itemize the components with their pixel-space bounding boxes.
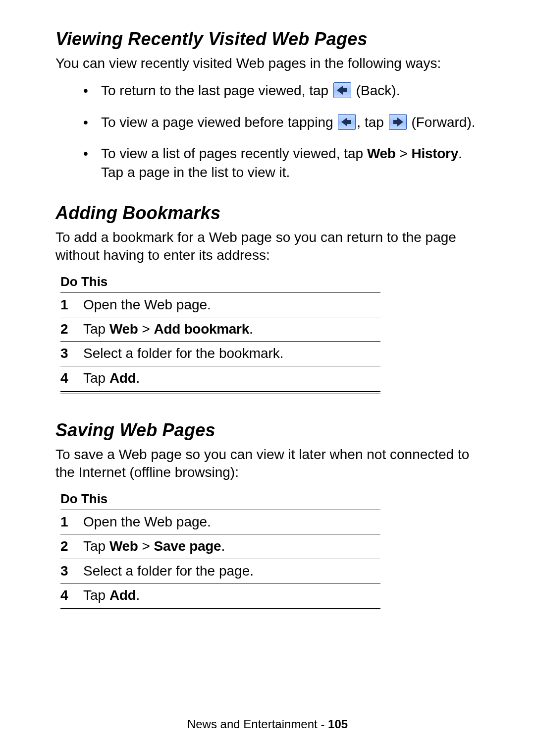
steps-header: Do This	[60, 273, 380, 292]
step-number: 2	[60, 537, 83, 555]
step-gt: >	[138, 538, 154, 554]
forward-icon	[389, 114, 407, 130]
step-text: Open the Web page.	[83, 513, 380, 531]
step-text: Select a folder for the bookmark.	[83, 345, 380, 362]
bullet-forward: To view a page viewed before tapping , t…	[83, 113, 476, 132]
bullet-fwd-mid: , tap	[357, 115, 387, 130]
intro-saving-pages: To save a Web page so you can view it la…	[55, 446, 481, 481]
footer-page-number: 105	[328, 717, 348, 731]
step-text: Open the Web page.	[83, 296, 380, 314]
step-row: 3 Select a folder for the page.	[60, 559, 380, 583]
bullet-fwd-pre: To view a page viewed before tapping	[101, 115, 337, 130]
step-row: 4 Tap Add.	[60, 366, 380, 390]
intro-adding-bookmarks: To add a bookmark for a Web page so you …	[55, 229, 481, 264]
step-number: 3	[60, 562, 83, 580]
step-number: 1	[60, 513, 83, 531]
menu-add-bookmark: Add bookmark	[154, 321, 249, 337]
step-row: 1 Open the Web page.	[60, 510, 380, 534]
heading-saving-pages: Saving Web Pages	[55, 420, 481, 441]
menu-web: Web	[109, 321, 138, 337]
bullet-hist-gt: >	[396, 146, 412, 161]
back-icon	[338, 114, 356, 130]
step-text: Tap Add.	[83, 369, 380, 387]
back-icon	[333, 82, 351, 98]
menu-web: Web	[367, 146, 396, 161]
step-post: .	[249, 321, 253, 337]
steps-add-bookmark: Do This 1 Open the Web page. 2 Tap Web >…	[60, 273, 380, 393]
step-row: 2 Tap Web > Save page.	[60, 534, 380, 558]
step-post: .	[136, 587, 140, 603]
step-text: Tap Web > Save page.	[83, 537, 380, 555]
step-pre: Tap	[83, 538, 109, 554]
bullet-back-post: (Back).	[356, 83, 400, 98]
bullet-hist-pre: To view a list of pages recently viewed,…	[101, 146, 367, 161]
step-text: Tap Add.	[83, 586, 380, 604]
step-row: 4 Tap Add.	[60, 583, 380, 607]
steps-end-rule	[60, 391, 380, 392]
footer-chapter: News and Entertainment -	[187, 717, 328, 731]
steps-end-rule	[60, 608, 380, 609]
bullet-back-pre: To return to the last page viewed, tap	[101, 83, 332, 98]
bullet-back: To return to the last page viewed, tap (…	[83, 81, 476, 100]
step-text: Select a folder for the page.	[83, 562, 380, 580]
step-row: 3 Select a folder for the bookmark.	[60, 341, 380, 365]
menu-web: Web	[109, 538, 138, 554]
step-number: 3	[60, 345, 83, 362]
menu-history: History	[412, 146, 458, 161]
heading-adding-bookmarks: Adding Bookmarks	[55, 203, 481, 224]
page-footer: News and Entertainment - 105	[0, 717, 535, 731]
recent-bullets: To return to the last page viewed, tap (…	[55, 81, 481, 182]
step-number: 4	[60, 586, 83, 604]
step-gt: >	[138, 321, 154, 337]
bullet-fwd-post: (Forward).	[411, 115, 475, 130]
step-post: .	[136, 370, 140, 386]
step-post: .	[221, 538, 225, 554]
steps-save-page: Do This 1 Open the Web page. 2 Tap Web >…	[60, 490, 380, 610]
steps-header: Do This	[60, 490, 380, 510]
bullet-history: To view a list of pages recently viewed,…	[83, 144, 476, 182]
menu-add: Add	[109, 370, 136, 386]
intro-viewing-recent: You can view recently visited Web pages …	[55, 55, 481, 72]
step-row: 2 Tap Web > Add bookmark.	[60, 317, 380, 341]
step-number: 1	[60, 296, 83, 314]
heading-viewing-recent: Viewing Recently Visited Web Pages	[55, 29, 481, 50]
step-row: 1 Open the Web page.	[60, 292, 380, 317]
step-pre: Tap	[83, 587, 109, 603]
step-pre: Tap	[83, 370, 109, 386]
step-pre: Tap	[83, 321, 109, 337]
menu-save-page: Save page	[154, 538, 221, 554]
menu-add: Add	[109, 587, 136, 603]
step-number: 2	[60, 320, 83, 338]
step-number: 4	[60, 369, 83, 387]
step-text: Tap Web > Add bookmark.	[83, 320, 380, 338]
